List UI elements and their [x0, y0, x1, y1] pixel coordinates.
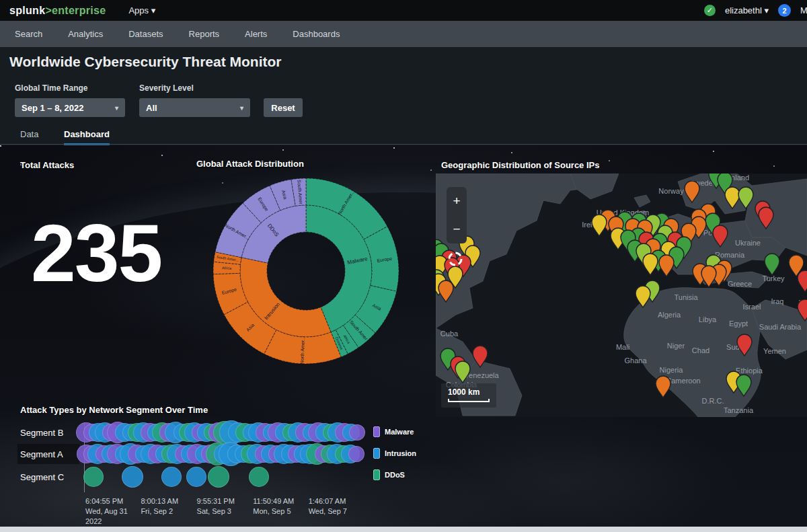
view-tabs: DataDashboard — [0, 129, 807, 145]
punch-circle-malware[interactable] — [349, 424, 365, 441]
nav-item-analytics[interactable]: Analytics — [55, 29, 116, 39]
severity-dropdown[interactable]: All ▾ — [139, 98, 250, 117]
map-marker-lightgreen[interactable] — [455, 361, 470, 383]
map-marker-orange[interactable] — [701, 266, 716, 287]
country-label: Egypt — [729, 319, 748, 328]
locate-button[interactable] — [445, 249, 468, 272]
map-panel: Geographic Distribution of Source IPs — [436, 156, 807, 417]
x-tick-label: 1:46:07 AMWed, Sep 7 — [309, 496, 367, 517]
time-range-label: Global Time Range — [15, 83, 87, 93]
map-scale: 1000 km — [441, 383, 496, 408]
splunk-logo: splunk>enterprise — [9, 5, 106, 17]
world-map[interactable]: SwedenNorwayFinlandUnited KingdomIreland… — [436, 174, 807, 417]
nav-item-reports[interactable]: Reports — [176, 29, 233, 39]
country-label: Iraq — [771, 297, 784, 305]
country-label: Tunisia — [674, 293, 698, 301]
top-bar: splunk>enterprise Apps ▾ ✓ elizabethl ▾ … — [0, 0, 807, 21]
punch-circle-ddos[interactable] — [83, 467, 104, 487]
chevron-down-icon: ▾ — [151, 5, 156, 15]
map-marker-red[interactable] — [737, 334, 752, 356]
map-marker-orange[interactable] — [659, 255, 674, 276]
nav-item-datasets[interactable]: Datasets — [116, 29, 176, 39]
x-tick-label: 11:50:49 AMMon, Sep 5 — [253, 496, 311, 517]
zoom-in-button[interactable]: + — [447, 187, 467, 215]
punch-circle-intrusion[interactable] — [186, 467, 206, 487]
country-label: Tanzania — [724, 406, 754, 414]
country-label: Ethiopia — [736, 367, 763, 375]
apps-menu[interactable]: Apps ▾ — [128, 5, 155, 15]
legend-item-malware[interactable]: Malware — [373, 426, 416, 437]
punch-circle-intrusion[interactable] — [122, 466, 143, 488]
map-markers-layer: SwedenNorwayFinlandUnited KingdomIreland… — [436, 174, 807, 417]
punchcard-plot[interactable] — [84, 422, 361, 492]
app-nav-bar: SearchAnalyticsDatasetsReportsAlertsDash… — [0, 21, 807, 47]
punchcard-panel: Attack Types by Network Segment Over Tim… — [10, 402, 437, 523]
legend-swatch — [373, 469, 380, 480]
x-tick-label: 6:04:55 PMWed, Aug 312022 — [85, 496, 143, 527]
legend-swatch — [373, 426, 380, 437]
total-attacks-value: 235 — [31, 213, 161, 293]
row-label-segment-a: Segment A — [17, 444, 79, 464]
country-label: Greece — [728, 280, 752, 288]
punch-circle-intrusion[interactable] — [161, 467, 182, 487]
country-label: Yemen — [763, 347, 786, 355]
country-label: Algeria — [658, 311, 681, 319]
notification-badge[interactable]: 2 — [778, 4, 791, 17]
row-label-segment-c: Segment C — [20, 467, 82, 487]
country-label: Ukraine — [735, 239, 761, 247]
nav-item-alerts[interactable]: Alerts — [232, 29, 280, 39]
map-marker-lightgreen[interactable] — [738, 187, 753, 208]
tab-data[interactable]: Data — [20, 129, 38, 143]
map-marker-yellow[interactable] — [592, 215, 607, 236]
nav-item-dashboards[interactable]: Dashboards — [280, 29, 352, 39]
tabs-divider — [0, 144, 807, 145]
map-marker-red[interactable] — [759, 207, 773, 229]
map-marker-yellow[interactable] — [636, 286, 650, 307]
sunburst-label: Africa — [222, 266, 232, 270]
map-marker-yellow[interactable] — [725, 187, 740, 208]
legend-swatch — [373, 448, 380, 459]
x-tick-label: 9:55:31 PMSat, Sep 3 — [197, 496, 255, 517]
map-marker-red[interactable] — [798, 299, 807, 321]
sunburst-title: Global Attack Distribution — [196, 159, 304, 169]
country-label: Chad — [692, 346, 709, 354]
punch-circle-ddos[interactable] — [208, 466, 229, 488]
map-title: Geographic Distribution of Source IPs — [441, 160, 599, 170]
country-label: Libya — [699, 315, 717, 324]
map-marker-red[interactable] — [713, 225, 728, 247]
map-marker-red[interactable] — [473, 346, 488, 367]
scale-bar — [448, 399, 490, 402]
legend-label: Malware — [385, 428, 414, 436]
chevron-down-icon: ▾ — [240, 104, 243, 112]
total-attacks-title: Total Attacks — [20, 160, 74, 170]
bottom-strip — [0, 527, 807, 532]
map-marker-yellow[interactable] — [643, 254, 658, 275]
map-marker-red[interactable] — [798, 270, 807, 292]
map-marker-orange[interactable] — [438, 280, 453, 302]
legend-label: Intrusion — [385, 449, 416, 457]
country-label: Norway — [658, 187, 684, 195]
nav-item-search[interactable]: Search — [0, 29, 55, 39]
punch-circle-malware[interactable] — [348, 446, 364, 462]
time-range-dropdown[interactable]: Sep 1 – 8, 2022 ▾ — [15, 98, 125, 117]
map-marker-green[interactable] — [765, 254, 779, 275]
legend-label: DDoS — [385, 471, 405, 479]
zoom-out-button[interactable]: − — [447, 215, 467, 243]
map-marker-green[interactable] — [736, 375, 751, 396]
punch-circle-ddos[interactable] — [249, 467, 269, 487]
country-label: Mali — [616, 343, 629, 351]
user-menu[interactable]: elizabethl ▾ — [725, 5, 769, 15]
legend-item-ddos[interactable]: DDoS — [373, 469, 416, 480]
map-marker-orange[interactable] — [685, 181, 699, 202]
map-marker-orange[interactable] — [656, 376, 670, 397]
legend-item-intrusion[interactable]: Intrusion — [373, 448, 416, 459]
country-label: D.R.C. — [702, 397, 724, 405]
page-title: Worldwide Cybersecurity Threat Monitor — [9, 54, 282, 70]
starfield-decoration — [0, 145, 1, 147]
reset-button[interactable]: Reset — [264, 98, 303, 117]
row-label-segment-b: Segment B — [20, 422, 82, 443]
map-zoom-control: + − — [447, 187, 467, 243]
country-label: Israel — [743, 303, 761, 311]
sunburst-chart[interactable]: MalwareNorth Amer...EuropeAsiaSouth Amer… — [208, 174, 404, 369]
messages-label-cut: M — [800, 5, 807, 15]
